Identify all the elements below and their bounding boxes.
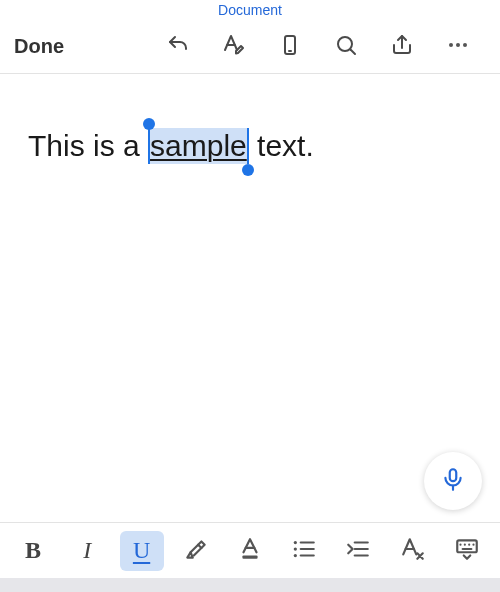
share-icon	[390, 33, 414, 61]
svg-point-14	[294, 553, 297, 556]
text-after-selection: text.	[249, 129, 314, 162]
phone-icon	[278, 33, 302, 61]
svg-point-10	[294, 540, 297, 543]
more-button[interactable]	[438, 27, 478, 67]
svg-point-4	[449, 43, 453, 47]
italic-icon: I	[83, 537, 91, 564]
underline-icon: U	[133, 537, 150, 564]
bottom-strip	[0, 578, 500, 592]
highlighter-icon	[183, 536, 209, 566]
font-color-icon	[237, 536, 263, 566]
format-toolbar: B I U	[0, 522, 500, 578]
list-icon	[291, 536, 317, 566]
bold-button[interactable]: B	[11, 531, 55, 571]
undo-button[interactable]	[158, 27, 198, 67]
indent-button[interactable]	[336, 531, 380, 571]
clear-format-button[interactable]	[391, 531, 435, 571]
document-body[interactable]: This is a sample text.	[0, 74, 500, 164]
done-button[interactable]: Done	[14, 35, 64, 58]
clear-format-icon	[400, 536, 426, 566]
indent-icon	[345, 536, 371, 566]
svg-point-6	[463, 43, 467, 47]
svg-rect-7	[450, 469, 457, 481]
svg-rect-19	[457, 540, 477, 552]
selected-text[interactable]: sample	[148, 128, 249, 164]
underline-button[interactable]: U	[120, 531, 164, 571]
selection-handle-start[interactable]	[143, 118, 155, 130]
svg-rect-9	[242, 555, 257, 558]
undo-icon	[166, 33, 190, 61]
share-button[interactable]	[382, 27, 422, 67]
style-button[interactable]	[214, 27, 254, 67]
microphone-icon	[440, 466, 466, 496]
svg-point-12	[294, 547, 297, 550]
mobile-view-button[interactable]	[270, 27, 310, 67]
text-before-selection: This is a	[28, 129, 148, 162]
font-color-button[interactable]	[228, 531, 272, 571]
more-icon	[446, 33, 470, 61]
search-button[interactable]	[326, 27, 366, 67]
selection-handle-end[interactable]	[242, 164, 254, 176]
highlight-button[interactable]	[174, 531, 218, 571]
dictation-button[interactable]	[424, 452, 482, 510]
hide-keyboard-button[interactable]	[445, 531, 489, 571]
search-icon	[334, 33, 358, 61]
svg-line-3	[351, 49, 356, 54]
top-toolbar: Done	[0, 20, 500, 74]
italic-button[interactable]: I	[65, 531, 109, 571]
bullet-list-button[interactable]	[282, 531, 326, 571]
style-pen-icon	[222, 33, 246, 61]
keyboard-down-icon	[454, 536, 480, 566]
svg-point-5	[456, 43, 460, 47]
bold-icon: B	[25, 537, 41, 564]
document-title: Document	[0, 0, 500, 20]
